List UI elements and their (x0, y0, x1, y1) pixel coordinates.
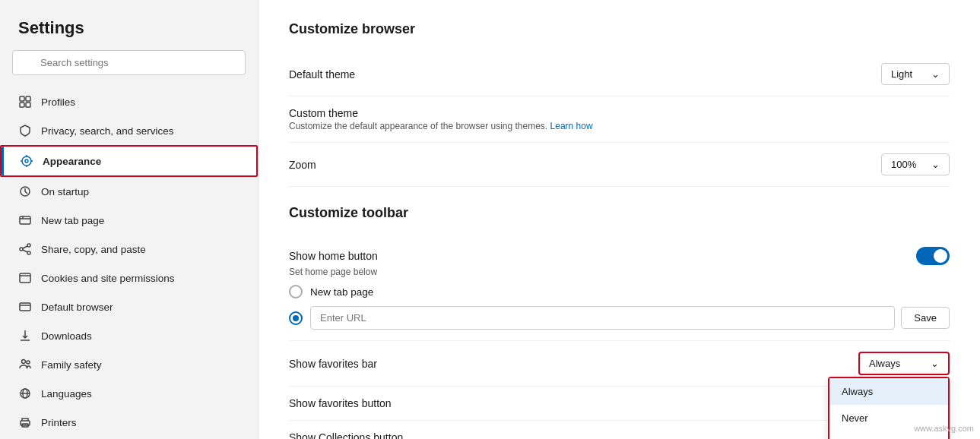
sidebar-item-privacy-label: Privacy, search, and services (41, 125, 174, 137)
default-theme-label: Default theme (289, 68, 355, 81)
cookies-icon (18, 271, 32, 285)
startup-icon (18, 185, 32, 198)
languages-icon (18, 387, 32, 400)
svg-point-26 (22, 360, 26, 364)
svg-rect-5 (26, 103, 30, 107)
show-favorites-bar-row: Show favorites bar Always ⌄ Always Never… (289, 341, 950, 387)
sidebar-item-share-copy-paste[interactable]: Share, copy, and paste (0, 235, 258, 264)
radio-new-tab[interactable]: New tab page (289, 285, 950, 298)
learn-how-link[interactable]: Learn how (550, 121, 593, 131)
svg-point-6 (22, 156, 31, 166)
url-input[interactable] (310, 306, 895, 330)
zoom-value: 100% (891, 159, 916, 170)
watermark: www.askvg.com (914, 424, 974, 433)
svg-point-17 (20, 248, 23, 251)
default-theme-dropdown[interactable]: Light ⌄ (881, 63, 950, 85)
appearance-icon (20, 154, 33, 168)
url-input-row: Save (310, 306, 950, 330)
svg-rect-23 (20, 303, 30, 311)
sidebar-item-downloads-label: Downloads (41, 330, 92, 342)
chevron-down-icon: ⌄ (931, 68, 940, 80)
show-favorites-bar-label: Show favorites bar (289, 358, 377, 370)
toolbar-section-divider: Customize toolbar (289, 205, 950, 221)
show-home-button-block: Show home button Set home page below New… (289, 236, 950, 341)
favorites-chevron-icon: ⌄ (931, 358, 939, 369)
svg-point-18 (27, 251, 30, 254)
sidebar-item-appearance[interactable]: Appearance (0, 145, 258, 177)
radio-new-tab-circle[interactable] (289, 285, 303, 298)
favorites-bar-dropdown[interactable]: Always ⌄ (858, 352, 950, 375)
show-favorites-button-label: Show favorites button (289, 397, 392, 409)
sidebar-item-privacy[interactable]: Privacy, search, and services (0, 116, 258, 145)
sidebar-item-languages-label: Languages (41, 388, 92, 400)
svg-rect-13 (20, 216, 30, 224)
share-icon (18, 242, 32, 256)
sidebar-item-printers[interactable]: Printers (0, 408, 258, 437)
save-button[interactable]: Save (901, 307, 950, 329)
custom-theme-desc: Customize the default appearance of the … (289, 121, 593, 131)
custom-theme-label: Custom theme (289, 107, 593, 119)
sidebar: Settings Profiles Privacy, sear (0, 0, 258, 439)
svg-line-20 (23, 250, 27, 252)
svg-point-7 (25, 159, 28, 163)
zoom-label: Zoom (289, 159, 316, 171)
show-home-button-label: Show home button (289, 250, 378, 262)
customize-toolbar-title: Customize toolbar (289, 205, 950, 221)
svg-rect-4 (20, 103, 24, 107)
radio-url-circle[interactable] (289, 311, 303, 325)
customize-browser-title: Customize browser (289, 21, 950, 37)
radio-new-tab-label: New tab page (310, 286, 373, 298)
svg-line-19 (23, 246, 27, 248)
zoom-chevron-icon: ⌄ (931, 159, 940, 170)
sidebar-item-languages[interactable]: Languages (0, 379, 258, 408)
sidebar-item-new-tab-page[interactable]: New tab page (0, 206, 258, 235)
sidebar-item-downloads[interactable]: Downloads (0, 321, 258, 350)
main-content: Customize browser Default theme Light ⌄ … (258, 0, 980, 439)
show-home-button-toggle[interactable] (916, 247, 950, 265)
svg-point-16 (27, 244, 30, 247)
svg-rect-3 (26, 96, 30, 101)
downloads-icon (18, 329, 32, 343)
sidebar-item-profiles[interactable]: Profiles (0, 87, 258, 116)
sidebar-item-cookies[interactable]: Cookies and site permissions (0, 264, 258, 292)
sidebar-item-default-browser-label: Default browser (41, 302, 113, 313)
radio-url[interactable]: Save (289, 306, 950, 330)
search-input[interactable] (12, 50, 246, 75)
sidebar-item-on-startup-label: On startup (41, 186, 89, 197)
privacy-icon (18, 124, 32, 137)
favorites-bar-dropdown-wrap: Always ⌄ Always Never Only on new tabs (858, 352, 950, 375)
default-theme-value: Light (891, 68, 912, 80)
zoom-dropdown[interactable]: 100% ⌄ (881, 153, 950, 175)
sidebar-item-cookies-label: Cookies and site permissions (41, 273, 175, 284)
zoom-row: Zoom 100% ⌄ (289, 143, 950, 187)
sidebar-item-family-label: Family safety (41, 359, 102, 371)
sidebar-title: Settings (0, 12, 258, 50)
profile-icon (18, 95, 32, 109)
default-theme-row: Default theme Light ⌄ (289, 52, 950, 96)
search-box (12, 50, 246, 75)
dropdown-item-always[interactable]: Always (829, 378, 948, 405)
sidebar-item-appearance-label: Appearance (43, 156, 101, 167)
svg-rect-2 (20, 96, 24, 101)
newtab-icon (18, 213, 32, 227)
sidebar-item-profiles-label: Profiles (41, 96, 75, 108)
show-collections-button-label: Show Collections button (289, 431, 403, 439)
printers-icon (18, 415, 32, 429)
sidebar-item-new-tab-label: New tab page (41, 215, 104, 226)
family-icon (18, 358, 32, 371)
custom-theme-info: Custom theme Customize the default appea… (289, 107, 593, 131)
browser-icon (18, 300, 32, 314)
custom-theme-row: Custom theme Customize the default appea… (289, 96, 950, 143)
set-home-page-label: Set home page below (289, 267, 950, 277)
home-radio-group: New tab page Save (289, 285, 950, 330)
sidebar-item-family-safety[interactable]: Family safety (0, 350, 258, 379)
svg-point-27 (27, 361, 30, 364)
sidebar-item-share-label: Share, copy, and paste (41, 244, 146, 255)
favorites-bar-value: Always (869, 358, 900, 369)
sidebar-item-default-browser[interactable]: Default browser (0, 292, 258, 321)
sidebar-item-printers-label: Printers (41, 417, 77, 428)
sidebar-item-on-startup[interactable]: On startup (0, 177, 258, 206)
svg-rect-21 (20, 273, 30, 283)
show-home-button-top: Show home button (289, 247, 950, 265)
